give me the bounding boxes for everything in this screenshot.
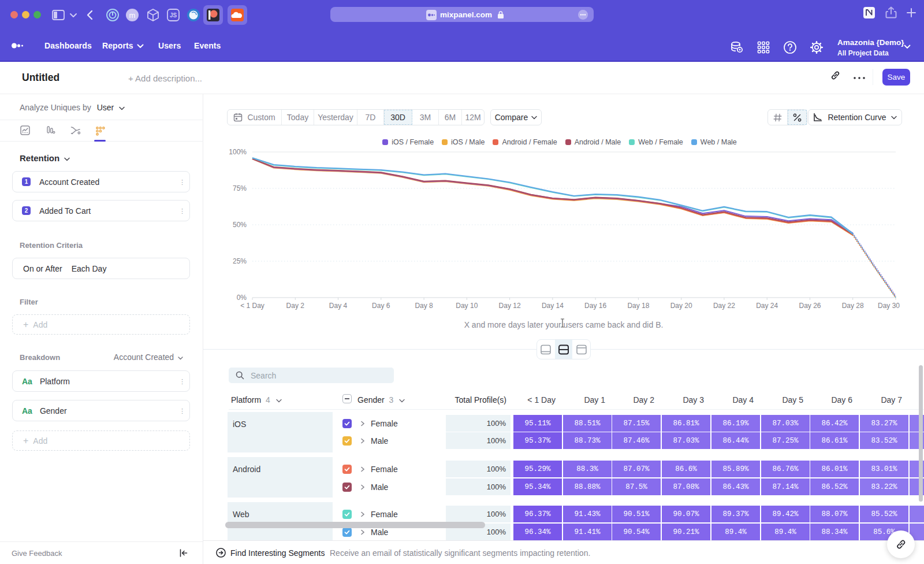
svg-text:Day 10: Day 10: [456, 302, 478, 310]
svg-text:Day 26: Day 26: [799, 302, 821, 310]
svg-text:Day 28: Day 28: [842, 302, 864, 310]
svg-text:Day 14: Day 14: [542, 302, 564, 310]
svg-text:Day 8: Day 8: [415, 302, 433, 310]
svg-text:< 1 Day: < 1 Day: [240, 302, 264, 310]
svg-text:Day 30: Day 30: [878, 302, 900, 310]
svg-text:50%: 50%: [233, 221, 247, 229]
svg-text:25%: 25%: [233, 257, 247, 265]
svg-text:100%: 100%: [229, 148, 247, 156]
svg-text:JS: JS: [170, 12, 177, 18]
svg-text:m: m: [129, 11, 136, 20]
svg-text:Day 18: Day 18: [627, 302, 649, 310]
svg-text:Day 6: Day 6: [372, 302, 390, 310]
svg-text:Day 16: Day 16: [584, 302, 606, 310]
svg-text:Day 20: Day 20: [670, 302, 692, 310]
svg-text:Day 2: Day 2: [286, 302, 305, 310]
svg-text:Day 12: Day 12: [499, 302, 521, 310]
svg-text:Day 24: Day 24: [756, 302, 778, 310]
svg-text:0%: 0%: [237, 294, 247, 302]
svg-text:75%: 75%: [233, 184, 247, 192]
svg-text:Day 22: Day 22: [713, 302, 735, 310]
svg-text:Day 4: Day 4: [329, 302, 348, 310]
